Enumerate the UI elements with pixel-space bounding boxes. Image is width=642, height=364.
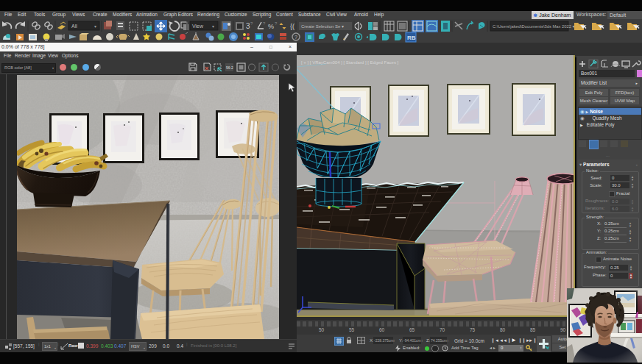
svg-text:%: % [268,23,274,30]
svg-text:▾: ▾ [212,24,214,29]
svg-text:[ + ] [ VRayCam004 ] [ Standar: [ + ] [ VRayCam004 ] [ Standard ] [ Edge… [301,60,399,65]
svg-text:View: View [192,24,204,29]
svg-text:All: All [71,24,77,29]
svg-text:56:2: 56:2 [226,65,233,70]
svg-text:?: ? [250,21,253,26]
svg-text:Create Selection Se ▾: Create Selection Se ▾ [301,24,344,29]
svg-text:?: ? [275,21,278,26]
svg-text:?: ? [263,21,266,26]
svg-text:{(: {( [290,23,294,30]
svg-text:?: ? [294,35,297,40]
svg-text:▾: ▾ [94,24,96,29]
svg-text:RB: RB [407,35,416,41]
svg-text:C:\Users\jaked\Documents\3ds M: C:\Users\jaked\Documents\3ds Max 2022 ▾ [493,24,575,29]
